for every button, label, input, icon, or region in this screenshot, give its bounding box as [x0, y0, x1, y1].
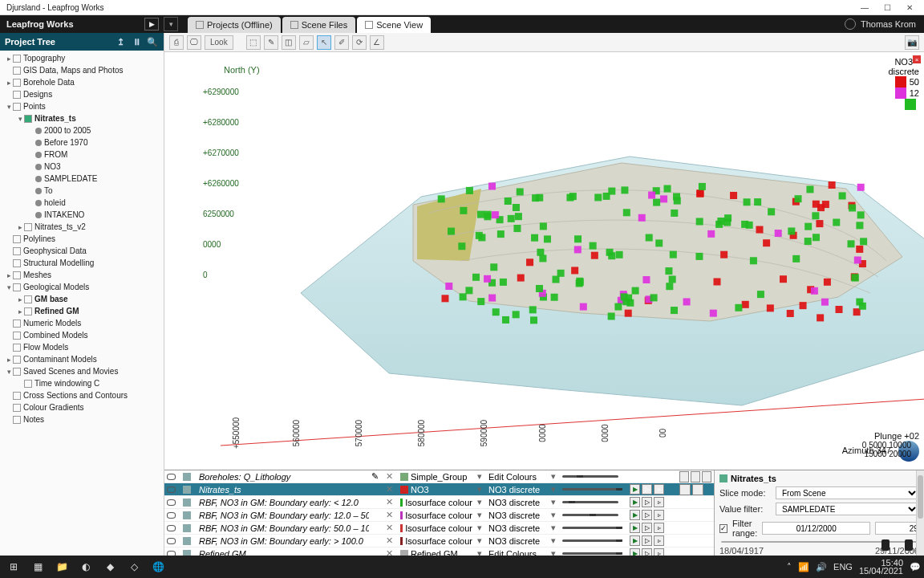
remove-icon[interactable]: ✕ — [386, 497, 393, 507]
visibility-checkbox[interactable] — [13, 283, 21, 291]
tray-clock[interactable]: 15:40 15/04/2021 — [859, 559, 903, 575]
tool-plane-icon[interactable]: ▱ — [299, 35, 314, 50]
tree-node[interactable]: ▸Refined GM — [0, 305, 164, 317]
step-icon[interactable]: ▷ — [642, 497, 652, 507]
visibility-checkbox[interactable] — [24, 307, 32, 315]
colour-by-dropdown-icon[interactable]: ▾ — [475, 523, 486, 533]
tree-node[interactable]: Notes — [0, 413, 164, 425]
opacity-slider[interactable] — [560, 539, 627, 542]
expander-icon[interactable]: ▸ — [5, 79, 13, 87]
tool-camera-icon[interactable]: 📷 — [905, 35, 919, 50]
opacity-slider[interactable] — [560, 527, 627, 529]
visibility-checkbox[interactable] — [13, 404, 21, 412]
expander-icon[interactable]: ▸ — [16, 223, 24, 231]
step-icon[interactable]: ▷ — [642, 523, 652, 533]
colour-scheme[interactable]: NO3 discrete — [486, 511, 549, 520]
tree-node[interactable]: SAMPLEDATE — [0, 173, 164, 185]
expander-icon[interactable]: ▸ — [16, 295, 24, 303]
expander-icon[interactable]: ▸ — [16, 307, 24, 315]
tool-look-button[interactable]: Look — [205, 35, 233, 50]
filter-from-input[interactable] — [762, 522, 870, 535]
layer-row[interactable]: RBF, NO3 in GM: Boundary early: < 12.0✕I… — [164, 496, 714, 509]
visibility-checkbox[interactable] — [13, 259, 21, 267]
tree-node[interactable]: GIS Data, Maps and Photos — [0, 64, 164, 76]
option-icon[interactable] — [679, 484, 691, 495]
tree-node[interactable]: ▸Contaminant Models — [0, 353, 164, 365]
tree-node[interactable]: ▾Saved Scenes and Movies — [0, 365, 164, 377]
opacity-slider[interactable] — [560, 501, 627, 503]
layer-row[interactable]: RBF, NO3 in GM: Boundary early: 12.0 – 5… — [164, 509, 714, 522]
taskview-icon[interactable]: ▦ — [27, 558, 48, 576]
remove-icon[interactable]: ✕ — [386, 523, 393, 533]
visibility-checkbox[interactable] — [24, 115, 32, 123]
opacity-slider[interactable] — [560, 514, 627, 516]
option-icon[interactable] — [691, 471, 700, 482]
visibility-checkbox[interactable] — [13, 235, 21, 243]
visibility-checkbox[interactable] — [13, 356, 21, 364]
tree-node[interactable]: ▾Geological Models — [0, 281, 164, 293]
props-scrollbar[interactable] — [916, 470, 924, 564]
opacity-slider[interactable] — [560, 488, 627, 490]
edit-icon[interactable]: ✎ — [371, 471, 379, 482]
maximize-button[interactable]: ☐ — [876, 0, 898, 14]
tree-node[interactable]: ▸GM base — [0, 293, 164, 305]
tree-node[interactable]: ▸Topography — [0, 52, 164, 64]
tree-node[interactable]: Combined Models — [0, 329, 164, 341]
visibility-checkbox[interactable] — [13, 416, 21, 424]
app3-icon[interactable]: ◇ — [124, 558, 144, 576]
windows-taskbar[interactable]: ⊞ ▦ 📁 ◐ ◆ ◇ 🌐 ˄ 📶 🔊 ENG 15:40 15/04/2021… — [0, 556, 924, 578]
colour-swatch[interactable] — [400, 524, 403, 532]
visibility-checkbox[interactable] — [13, 271, 21, 279]
colour-scheme-dropdown-icon[interactable]: ▾ — [549, 510, 560, 520]
tree-node[interactable]: Polylines — [0, 233, 164, 245]
remove-icon[interactable]: ✕ — [386, 484, 393, 495]
visibility-checkbox[interactable] — [24, 295, 32, 303]
visibility-icon[interactable] — [167, 474, 176, 480]
tool-edit-icon[interactable]: ✐ — [334, 35, 349, 50]
visibility-checkbox[interactable] — [13, 79, 21, 87]
option-icon[interactable] — [702, 471, 711, 482]
tree-up-icon[interactable]: ↥ — [114, 35, 127, 48]
tray-lang[interactable]: ENG — [833, 562, 853, 572]
range-handle-min[interactable] — [881, 539, 890, 551]
tool-measure-icon[interactable]: ∠ — [370, 35, 384, 50]
tool-draw-icon[interactable]: ✎ — [264, 35, 278, 50]
tray-notifications-icon[interactable]: 💬 — [910, 562, 921, 572]
tool-rotate-icon[interactable]: ⟳ — [352, 35, 367, 50]
tree-node[interactable]: To — [0, 185, 164, 197]
colour-scheme[interactable]: NO3 discrete — [486, 498, 549, 507]
option-icon[interactable] — [692, 484, 703, 495]
skip-icon[interactable]: ▹ — [654, 535, 664, 546]
visibility-checkbox[interactable] — [13, 344, 21, 352]
project-tree[interactable]: ▸TopographyGIS Data, Maps and Photos▸Bor… — [0, 51, 164, 564]
play-icon[interactable]: ▶ — [630, 484, 640, 495]
colour-scheme-dropdown-icon[interactable]: ▾ — [549, 523, 560, 533]
tray-network-icon[interactable]: 📶 — [798, 562, 809, 572]
visibility-checkbox[interactable] — [24, 380, 32, 388]
play-icon[interactable]: ▶ — [630, 535, 640, 546]
filter-range-slider[interactable] — [721, 541, 918, 543]
header-tab[interactable]: Projects (Offline) — [188, 17, 281, 33]
tree-node[interactable]: Numeric Models — [0, 317, 164, 329]
expander-icon[interactable]: ▸ — [5, 356, 13, 364]
opacity-slider[interactable] — [560, 475, 627, 478]
colour-scheme-dropdown-icon[interactable]: ▾ — [549, 497, 560, 507]
expander-icon[interactable]: ▸ — [5, 55, 13, 63]
play-icon[interactable]: ▶ — [630, 523, 640, 533]
step-icon[interactable]: ▷ — [642, 484, 652, 495]
tree-node[interactable]: ▾Nitrates_ts — [0, 112, 164, 124]
colour-scheme-dropdown-icon[interactable]: ▾ — [549, 484, 560, 495]
layer-row[interactable]: RBF, NO3 in GM: Boundary early: 50.0 – 1… — [164, 522, 714, 535]
tree-node[interactable]: holeid — [0, 197, 164, 209]
layer-row[interactable]: Boreholes: Q_Lithology✎✕Simple_Group▾Edi… — [164, 470, 714, 483]
tree-node[interactable]: ▸Meshes — [0, 269, 164, 281]
header-tab[interactable]: Scene View — [357, 17, 431, 33]
colour-swatch[interactable] — [400, 473, 408, 481]
remove-icon[interactable]: ✕ — [386, 510, 393, 520]
colour-by-dropdown-icon[interactable]: ▾ — [475, 535, 486, 546]
tree-search-icon[interactable]: 🔍 — [146, 35, 159, 48]
minimize-button[interactable]: — — [853, 0, 876, 14]
play-icon[interactable]: ▶ — [630, 497, 640, 507]
expander-icon[interactable]: ▾ — [5, 283, 13, 291]
tool-arrow-icon[interactable]: ↖ — [317, 35, 331, 50]
